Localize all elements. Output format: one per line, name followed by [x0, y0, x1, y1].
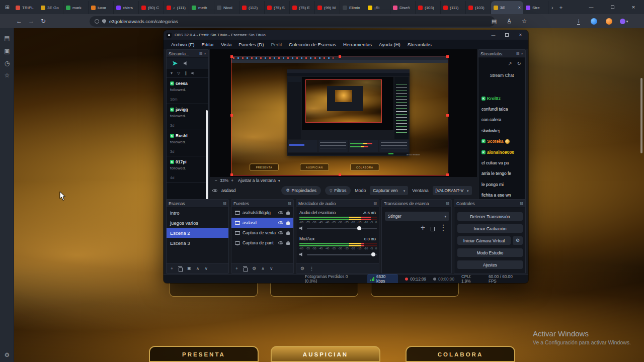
menu-ayuda[interactable]: Ayuda (H)	[375, 40, 404, 49]
stop-streaming-button[interactable]: Detener Transmisión	[457, 212, 523, 221]
menu-vista[interactable]: Vista	[217, 40, 235, 49]
source-item[interactable]: Captura de pant	[231, 238, 293, 248]
source-item[interactable]: Captura de venta	[231, 228, 293, 238]
popout-icon[interactable]	[508, 61, 512, 66]
capture-mode-dropdown[interactable]: Capturar ven	[370, 186, 408, 195]
sidebar-history-button[interactable]	[0, 57, 14, 69]
properties-button[interactable]: Propiedades	[281, 186, 321, 195]
browser-tab[interactable]: xVers	[114, 1, 139, 14]
favorites-star-button[interactable]	[518, 16, 530, 27]
sidebar-favorites-button[interactable]	[0, 69, 14, 81]
sidebar-panel-button[interactable]	[0, 32, 14, 44]
window-close-button[interactable]	[623, 0, 644, 14]
send-icon[interactable]	[173, 61, 178, 66]
selection-handle[interactable]	[339, 173, 341, 176]
add-transition-button[interactable]	[421, 224, 425, 232]
browser-tab[interactable]: (50) C	[139, 1, 164, 14]
refresh-icon[interactable]	[517, 61, 521, 66]
add-source-button[interactable]	[235, 266, 238, 271]
slider-knob[interactable]	[357, 226, 361, 230]
dock-close-icon[interactable]	[204, 52, 206, 56]
dock-close-icon[interactable]	[521, 52, 523, 56]
mute-icon[interactable]	[191, 72, 195, 75]
dock-pin-icon[interactable]	[516, 52, 520, 56]
sidebar-apps-button[interactable]	[0, 45, 14, 57]
speaker-icon[interactable]	[299, 252, 304, 256]
browser-tab[interactable]: (99) M	[315, 1, 340, 14]
window-restore-button[interactable]	[602, 0, 623, 14]
privacy-shield-icon[interactable]	[102, 19, 106, 24]
megaphone-icon[interactable]	[184, 61, 188, 65]
dock-pin-icon[interactable]	[199, 52, 203, 56]
selection-handle[interactable]	[230, 114, 233, 117]
browser-tab[interactable]: Nicol	[214, 1, 239, 14]
virtual-camera-settings-button[interactable]	[513, 236, 523, 245]
settings-button[interactable]: Ajustes	[457, 260, 523, 269]
source-visibility-icon[interactable]	[212, 189, 217, 192]
move-scene-down-button[interactable]	[204, 266, 208, 271]
move-scene-up-button[interactable]	[196, 266, 200, 271]
menu-coleccion[interactable]: Colección de Escenas	[285, 40, 340, 49]
volume-slider[interactable]	[307, 228, 377, 229]
browser-tab-active[interactable]: 3E	[491, 1, 523, 14]
visibility-eye-icon[interactable]	[278, 221, 283, 224]
selection-handle[interactable]	[446, 55, 449, 58]
page-scrollbar-thumb[interactable]	[640, 78, 642, 153]
scene-filters-button[interactable]	[187, 266, 191, 270]
source-properties-button[interactable]	[252, 266, 256, 271]
extensions-menu-button[interactable]	[618, 16, 630, 27]
virtual-camera-button[interactable]: Iniciar Cámara Virtual	[457, 236, 511, 245]
speaker-icon[interactable]	[299, 226, 304, 230]
selection-handle[interactable]	[230, 55, 233, 58]
new-tab-button[interactable]	[556, 1, 566, 14]
browser-tab[interactable]: TRIPL	[13, 1, 38, 14]
remove-source-button[interactable]	[243, 266, 247, 271]
selection-handle[interactable]	[230, 173, 233, 176]
filter-icon[interactable]	[177, 71, 180, 75]
tab-close-icon[interactable]	[518, 6, 521, 10]
scene-item-selected[interactable]: Escena 2	[167, 228, 228, 238]
translate-button[interactable]	[503, 16, 515, 27]
zoom-out-button[interactable]	[215, 178, 217, 183]
menu-archivo[interactable]: Archivo (F)	[168, 40, 198, 49]
scene-item[interactable]: Escena 3	[167, 238, 228, 248]
profile-avatar[interactable]	[603, 16, 615, 27]
browser-tab[interactable]: mark	[63, 1, 89, 14]
downloads-button[interactable]	[573, 16, 585, 27]
split-screen-button[interactable]	[488, 16, 500, 27]
preview-canvas[interactable]: PRESENTA AUSPICIAN COLABORA Activar Wind…	[231, 56, 448, 175]
window-minimize-button[interactable]	[581, 0, 602, 14]
obs-restore-button[interactable]	[500, 30, 514, 40]
mixer-menu-button[interactable]	[309, 266, 314, 271]
sidebar-settings-button[interactable]	[0, 349, 14, 361]
selection-handle[interactable]	[446, 114, 449, 117]
browser-tab[interactable]: Elimin	[340, 1, 365, 14]
browser-tab[interactable]: (111)	[164, 1, 189, 14]
back-button[interactable]	[13, 16, 25, 27]
browser-tab[interactable]: luxar	[89, 1, 114, 14]
pause-icon[interactable]	[185, 71, 187, 75]
refresh-button[interactable]	[37, 16, 49, 27]
filters-button[interactable]: Filtros	[325, 186, 351, 195]
menu-paneles[interactable]: Paneles (D)	[235, 40, 267, 49]
browser-tab[interactable]: (112)	[239, 1, 265, 14]
visibility-eye-icon[interactable]	[278, 241, 283, 244]
remove-scene-button[interactable]	[178, 266, 182, 271]
browser-tab[interactable]: ¡Ri	[365, 1, 390, 14]
dock-pin-icon[interactable]	[446, 202, 449, 206]
category-card-colabora[interactable]: COLABORA	[406, 346, 515, 362]
obs-close-button[interactable]	[514, 30, 527, 40]
capture-window-dropdown[interactable]: [VALORANT-V	[433, 186, 472, 195]
browser-tab[interactable]: meth	[189, 1, 214, 14]
transition-dropdown[interactable]: Stinger	[385, 212, 449, 221]
lock-icon[interactable]	[286, 242, 290, 245]
add-scene-button[interactable]	[171, 266, 173, 271]
menu-herramientas[interactable]: Herramientas	[340, 40, 375, 49]
browser-tab[interactable]: (111)	[441, 1, 466, 14]
chevron-down-icon[interactable]	[278, 179, 280, 183]
menu-streamlabs[interactable]: Streamlabs	[404, 40, 435, 49]
volume-slider[interactable]	[307, 254, 377, 255]
mixer-settings-button[interactable]	[300, 266, 304, 271]
move-source-up-button[interactable]	[261, 266, 265, 271]
lock-icon[interactable]	[286, 222, 290, 225]
